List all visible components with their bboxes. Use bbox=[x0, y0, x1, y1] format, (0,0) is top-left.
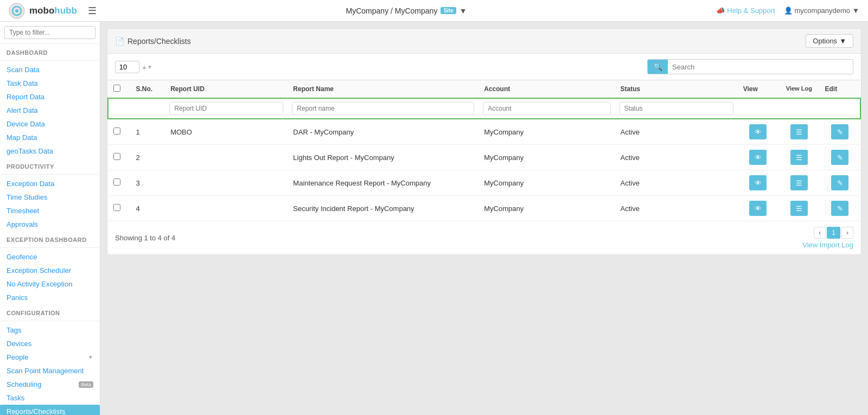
select-all-checkbox[interactable] bbox=[113, 85, 120, 92]
th-report-name: Report Name bbox=[288, 80, 478, 99]
search-button[interactable]: 🔍 bbox=[648, 60, 668, 74]
sidebar-item-exception-scheduler[interactable]: Exception Scheduler bbox=[0, 264, 100, 277]
sidebar-item-map-data[interactable]: Map Data bbox=[0, 131, 100, 144]
sidebar-item-alert-data[interactable]: Alert Data bbox=[0, 104, 100, 117]
view-log-button-3[interactable]: ☰ bbox=[790, 201, 808, 216]
edit-button-0[interactable]: ✎ bbox=[831, 124, 848, 139]
sidebar-item-label: Approvals bbox=[7, 220, 38, 228]
cell-status-3: Active bbox=[615, 196, 738, 221]
table-row: 1 MOBO DAR - MyCompany MyCompany Active … bbox=[108, 119, 860, 145]
view-import-log-link[interactable]: View Import Log bbox=[802, 241, 853, 249]
sidebar-item-device-data[interactable]: Device Data bbox=[0, 117, 100, 131]
hamburger-menu[interactable]: ☰ bbox=[88, 5, 97, 17]
logo-area: mobohubb ☰ bbox=[9, 3, 97, 19]
options-dropdown-icon: ▼ bbox=[839, 37, 846, 45]
th-sno: S.No. bbox=[130, 80, 165, 99]
table-controls: ▲▼ 🔍 bbox=[107, 54, 861, 80]
sidebar-item-task-data[interactable]: Task Data bbox=[0, 76, 100, 90]
dropdown-arrow-icon[interactable]: ▼ bbox=[459, 7, 467, 15]
panel-title: 📄 Reports/Checklists bbox=[115, 37, 191, 46]
top-nav-right: 📣 Help & Support 👤 mycompanydemo ▼ bbox=[716, 7, 859, 15]
view-button-1[interactable]: 👁 bbox=[749, 150, 767, 165]
pagination: ‹ 1 › bbox=[814, 227, 853, 239]
sidebar-item-label: Scan Data bbox=[7, 66, 40, 74]
view-button-0[interactable]: 👁 bbox=[749, 124, 767, 139]
sidebar-item-label: Device Data bbox=[7, 120, 45, 128]
user-menu[interactable]: 👤 mycompanydemo ▼ bbox=[784, 7, 859, 15]
page-1-button[interactable]: 1 bbox=[827, 227, 840, 239]
sidebar-item-tasks[interactable]: Tasks bbox=[0, 391, 100, 405]
showing-text: Showing 1 to 4 of 4 bbox=[115, 234, 175, 242]
cell-account-1: MyCompany bbox=[478, 145, 615, 170]
options-button[interactable]: Options ▼ bbox=[806, 34, 853, 48]
sidebar-item-report-data[interactable]: Report Data bbox=[0, 90, 100, 104]
prev-page-button[interactable]: ‹ bbox=[814, 227, 826, 239]
sidebar-item-tags[interactable]: Tags bbox=[0, 323, 100, 337]
company-path-text: MyCompany / MyCompany bbox=[346, 7, 438, 15]
top-navbar: mobohubb ☰ MyCompany / MyCompany Site ▼ … bbox=[0, 0, 868, 22]
logo-text: mobohubb bbox=[29, 5, 77, 16]
filter-account[interactable] bbox=[483, 102, 610, 115]
sidebar-item-devices[interactable]: Devices bbox=[0, 337, 100, 350]
sidebar-item-label: Reports/Checklists bbox=[7, 407, 65, 415]
company-path: MyCompany / MyCompany Site ▼ bbox=[346, 7, 467, 15]
sidebar-filter-input[interactable] bbox=[4, 26, 95, 39]
th-view: View bbox=[738, 80, 778, 99]
sidebar-item-scan-data[interactable]: Scan Data bbox=[0, 63, 100, 76]
user-icon: 👤 bbox=[784, 7, 793, 15]
th-checkbox bbox=[108, 80, 130, 99]
logo-icon bbox=[9, 3, 25, 19]
sidebar-item-scheduling[interactable]: SchedulingBeta bbox=[0, 378, 100, 391]
sidebar-item-panics[interactable]: Panics bbox=[0, 291, 100, 304]
reports-table: S.No. Report UID Report Name Account Sta… bbox=[107, 80, 861, 221]
sidebar-item-timesheet[interactable]: Timesheet bbox=[0, 204, 100, 218]
sidebar-item-label: Task Data bbox=[7, 79, 38, 87]
view-button-3[interactable]: 👁 bbox=[749, 201, 767, 216]
sidebar-section-title: DASHBOARD bbox=[0, 44, 100, 58]
th-report-uid: Report UID bbox=[165, 80, 288, 99]
filter-status[interactable] bbox=[620, 102, 733, 115]
filter-report-uid[interactable] bbox=[169, 102, 283, 115]
row-checkbox-0[interactable] bbox=[113, 127, 120, 135]
sidebar-item-exception-data[interactable]: Exception Data bbox=[0, 177, 100, 190]
cell-uid-1 bbox=[165, 145, 288, 170]
panel-title-icon: 📄 bbox=[115, 37, 124, 46]
row-checkbox-2[interactable] bbox=[113, 178, 120, 186]
search-input[interactable] bbox=[668, 60, 853, 74]
expand-arrow-icon: ▼ bbox=[88, 354, 93, 360]
row-checkbox-3[interactable] bbox=[113, 204, 120, 211]
sidebar-section-title: PRODUCTIVITY bbox=[0, 158, 100, 172]
edit-button-3[interactable]: ✎ bbox=[831, 201, 848, 216]
sidebar: DASHBOARDScan DataTask DataReport DataAl… bbox=[0, 22, 100, 415]
th-account: Account bbox=[478, 80, 615, 99]
cell-status-1: Active bbox=[615, 145, 738, 170]
th-view-log: View Log bbox=[778, 80, 819, 99]
search-box: 🔍 bbox=[647, 59, 853, 74]
help-support-link[interactable]: 📣 Help & Support bbox=[716, 7, 775, 15]
sidebar-item-people[interactable]: People▼ bbox=[0, 350, 100, 364]
sidebar-item-geofence[interactable]: Geofence bbox=[0, 250, 100, 264]
sidebar-item-scan-point-management[interactable]: Scan Point Management bbox=[0, 364, 100, 378]
page-size-input[interactable] bbox=[115, 61, 139, 73]
sidebar-item-label: Time Studies bbox=[7, 193, 47, 201]
sidebar-item-no-activity-exception[interactable]: No Activity Exception bbox=[0, 277, 100, 291]
sidebar-item-label: Devices bbox=[7, 340, 31, 348]
sidebar-item-label: Report Data bbox=[7, 93, 44, 101]
filter-report-name[interactable] bbox=[292, 102, 474, 115]
row-checkbox-1[interactable] bbox=[113, 153, 120, 160]
view-log-button-0[interactable]: ☰ bbox=[790, 124, 808, 139]
sidebar-item-approvals[interactable]: Approvals bbox=[0, 218, 100, 231]
sidebar-item-geotasks-data[interactable]: geoTasks Data bbox=[0, 144, 100, 158]
sidebar-item-time-studies[interactable]: Time Studies bbox=[0, 190, 100, 204]
next-page-button[interactable]: › bbox=[841, 227, 853, 239]
view-button-2[interactable]: 👁 bbox=[749, 175, 767, 190]
cell-status-0: Active bbox=[615, 119, 738, 145]
sidebar-item-reports-checklists[interactable]: Reports/Checklists bbox=[0, 405, 100, 415]
table-row: 2 Lights Out Report - MyCompany MyCompan… bbox=[108, 145, 860, 170]
sidebar-section-title: CONFIGURATION bbox=[0, 304, 100, 318]
edit-button-2[interactable]: ✎ bbox=[831, 175, 848, 190]
table-row: 3 Maintenance Request Report - MyCompany… bbox=[108, 170, 860, 196]
view-log-button-1[interactable]: ☰ bbox=[790, 150, 808, 165]
edit-button-1[interactable]: ✎ bbox=[831, 150, 848, 165]
view-log-button-2[interactable]: ☰ bbox=[790, 175, 808, 190]
